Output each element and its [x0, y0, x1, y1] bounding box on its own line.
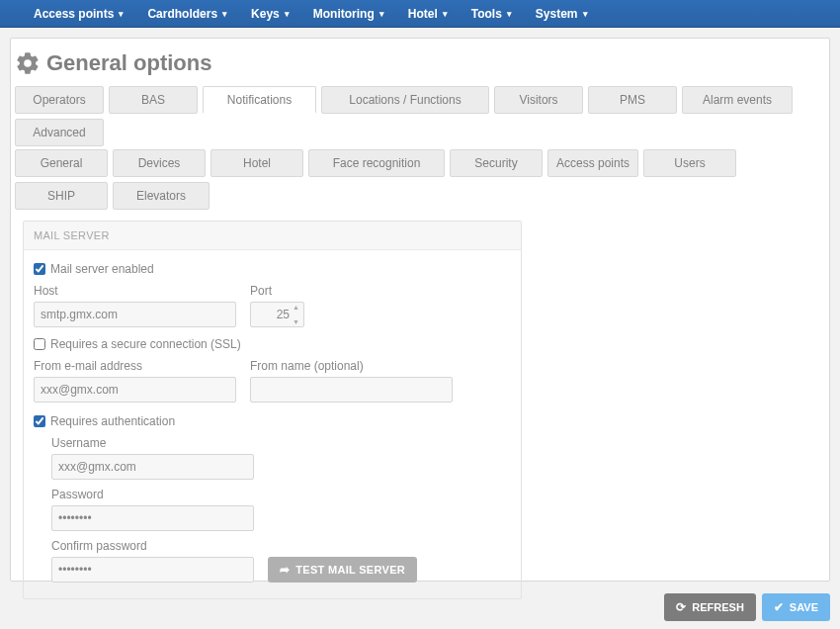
tab-general[interactable]: General	[15, 149, 108, 177]
nav-label: Keys	[251, 7, 280, 21]
refresh-button[interactable]: ⟳ REFRESH	[664, 593, 756, 621]
nav-monitoring[interactable]: Monitoring▾	[301, 0, 396, 27]
chevron-down-icon: ▾	[222, 9, 227, 19]
auth-row: Requires authentication	[34, 414, 511, 428]
password-input[interactable]	[51, 505, 254, 531]
from-name-label: From name (optional)	[250, 359, 453, 373]
top-nav: Access points▾ Cardholders▾ Keys▾ Monito…	[0, 0, 840, 28]
nav-label: System	[536, 7, 578, 21]
tab-access-points-sub[interactable]: Access points	[547, 149, 638, 177]
ssl-checkbox[interactable]	[34, 338, 45, 350]
tab-advanced[interactable]: Advanced	[15, 119, 104, 146]
auth-checkbox[interactable]	[34, 415, 45, 427]
username-input[interactable]	[51, 454, 254, 480]
ssl-label: Requires a secure connection (SSL)	[50, 337, 241, 351]
tab-notifications[interactable]: Notifications	[203, 86, 316, 114]
chevron-down-icon[interactable]: ▼	[293, 318, 302, 325]
tabs-row-2: General Devices Hotel Face recognition S…	[11, 149, 829, 210]
main-panel: General options Operators BAS Notificati…	[10, 38, 830, 582]
tab-visitors[interactable]: Visitors	[494, 86, 583, 114]
from-name-input[interactable]	[250, 377, 453, 403]
mail-enabled-checkbox[interactable]	[34, 263, 45, 275]
ssl-row: Requires a secure connection (SSL)	[34, 337, 511, 351]
auth-block: Username Password Confirm password ➦	[51, 436, 511, 583]
confirm-password-label: Confirm password	[51, 539, 511, 553]
tab-devices[interactable]: Devices	[113, 149, 206, 177]
tab-users[interactable]: Users	[643, 149, 736, 177]
mail-enabled-row: Mail server enabled	[34, 262, 511, 276]
nav-label: Hotel	[408, 7, 438, 21]
tab-alarm-events[interactable]: Alarm events	[682, 86, 793, 114]
nav-access-points[interactable]: Access points▾	[22, 0, 135, 27]
save-label: SAVE	[790, 601, 818, 613]
username-label: Username	[51, 436, 511, 450]
panel-header: General options	[11, 39, 829, 86]
chevron-down-icon: ▾	[379, 9, 384, 19]
password-label: Password	[51, 488, 511, 501]
from-email-input[interactable]	[34, 377, 236, 403]
tab-locations-functions[interactable]: Locations / Functions	[321, 86, 489, 114]
tab-elevators[interactable]: Elevators	[113, 182, 210, 210]
chevron-down-icon: ▾	[285, 9, 290, 19]
tab-security[interactable]: Security	[450, 149, 543, 177]
refresh-label: REFRESH	[692, 601, 744, 613]
chevron-up-icon[interactable]: ▲	[293, 304, 302, 311]
nav-label: Tools	[471, 7, 502, 21]
page-title: General options	[46, 50, 211, 76]
from-email-label: From e-mail address	[34, 359, 236, 373]
nav-label: Access points	[34, 7, 114, 21]
tab-operators[interactable]: Operators	[15, 86, 104, 114]
host-input[interactable]	[34, 302, 236, 327]
tab-hotel-sub[interactable]: Hotel	[210, 149, 303, 177]
nav-hotel[interactable]: Hotel▾	[396, 0, 460, 27]
chevron-down-icon: ▾	[443, 9, 448, 19]
arrow-right-icon: ➦	[280, 563, 290, 577]
port-label: Port	[250, 284, 304, 298]
host-label: Host	[34, 284, 236, 298]
port-spinner[interactable]: ▲▼	[293, 304, 302, 325]
test-mail-server-button[interactable]: ➦ TEST MAIL SERVER	[268, 557, 417, 583]
check-icon: ✔	[774, 600, 784, 614]
tab-bas[interactable]: BAS	[109, 86, 198, 114]
confirm-password-input[interactable]	[51, 557, 254, 583]
mail-enabled-label: Mail server enabled	[50, 262, 154, 276]
nav-cardholders[interactable]: Cardholders▾	[135, 0, 239, 27]
mail-server-fieldset: MAIL SERVER Mail server enabled Host Por…	[23, 221, 522, 599]
nav-keys[interactable]: Keys▾	[239, 0, 301, 27]
nav-label: Cardholders	[147, 7, 217, 21]
gear-icon	[15, 50, 41, 76]
content: MAIL SERVER Mail server enabled Host Por…	[11, 213, 829, 607]
nav-system[interactable]: System▾	[524, 0, 600, 27]
tabs-row-1: Operators BAS Notifications Locations / …	[11, 86, 829, 146]
refresh-icon: ⟳	[676, 600, 686, 614]
tab-pms[interactable]: PMS	[588, 86, 677, 114]
test-button-label: TEST MAIL SERVER	[295, 564, 405, 576]
chevron-down-icon: ▾	[119, 9, 124, 19]
save-button[interactable]: ✔ SAVE	[762, 593, 830, 621]
fieldset-title: MAIL SERVER	[24, 222, 521, 250]
chevron-down-icon: ▾	[507, 9, 512, 19]
chevron-down-icon: ▾	[583, 9, 588, 19]
tab-face-recognition[interactable]: Face recognition	[308, 149, 445, 177]
nav-label: Monitoring	[313, 7, 375, 21]
auth-label: Requires authentication	[50, 414, 175, 428]
tab-ship[interactable]: SHIP	[15, 182, 108, 210]
nav-tools[interactable]: Tools▾	[460, 0, 524, 27]
footer-actions: ⟳ REFRESH ✔ SAVE	[664, 593, 830, 621]
